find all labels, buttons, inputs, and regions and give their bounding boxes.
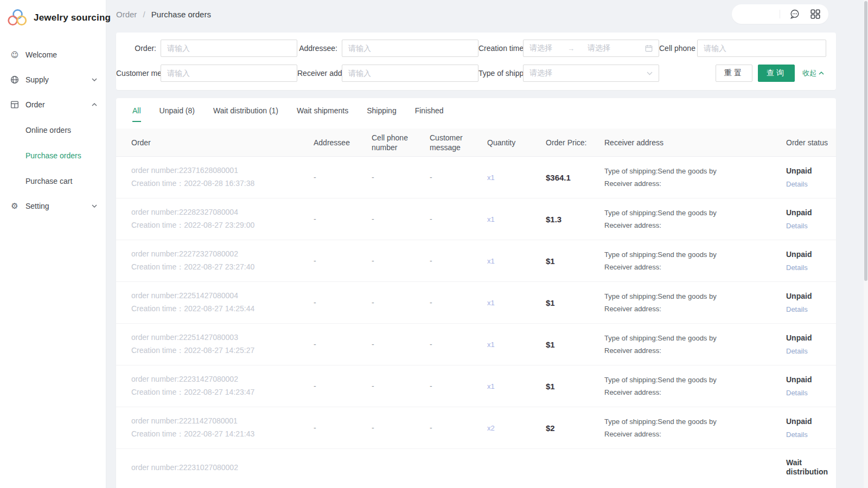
table-row: order number:22211427080001 Creation tim…: [116, 407, 836, 449]
details-link[interactable]: Details: [786, 389, 833, 397]
collapse-toggle[interactable]: 收起: [802, 68, 824, 78]
status-badge: Unpaid: [786, 417, 833, 426]
shipping-type-line: Type of shipping:Send the goods by: [604, 208, 786, 217]
customer-message-cell: -: [430, 298, 487, 307]
sidebar-item-welcome[interactable]: ☺ Welcome: [0, 42, 106, 67]
chevron-up-icon: [819, 72, 824, 75]
details-link[interactable]: Details: [786, 264, 833, 272]
tab-finished[interactable]: Finished: [415, 106, 444, 122]
shipping-type-select[interactable]: 请选择: [523, 65, 659, 82]
order-price-cell: $1: [546, 256, 604, 266]
receiver-address-cell: Type of shipping:Send the goods by Recei…: [604, 292, 786, 313]
arrow-right-icon: →: [567, 44, 575, 53]
vertical-scrollbar: [864, 0, 868, 488]
sidebar-nav: ☺ Welcome Supply Order: [0, 36, 106, 219]
sidebar-item-supply[interactable]: Supply: [0, 67, 106, 92]
table-row: order number:22231427080002 Creation tim…: [116, 365, 836, 407]
cell-phone-input[interactable]: [697, 40, 826, 57]
receiver-address-line: Receiver address:: [604, 346, 786, 355]
tab-shipping[interactable]: Shipping: [367, 106, 397, 122]
apps-grid-icon[interactable]: [810, 9, 820, 19]
filter-cell-phone: Cell phone nu: [659, 40, 826, 57]
globe-icon: [10, 75, 20, 84]
addressee-cell: -: [314, 382, 372, 390]
tab-all[interactable]: All: [132, 106, 141, 122]
chat-icon[interactable]: [789, 9, 800, 20]
scrollbar-thumb[interactable]: [864, 1, 867, 281]
sidebar-item-purchase-orders[interactable]: Purchase orders: [0, 143, 106, 168]
query-button[interactable]: 查询: [758, 65, 795, 82]
order-price-cell: $1: [546, 382, 604, 391]
order-cell: order number:22211427080001 Creation tim…: [131, 416, 314, 439]
order-input[interactable]: [161, 40, 297, 57]
shipping-type-line: Type of shipping:Send the goods by: [604, 292, 786, 301]
quantity-cell: x1: [487, 299, 546, 307]
col-header-receiver-address: Receiver address: [604, 138, 786, 147]
order-price-cell: $1: [546, 298, 604, 307]
details-link[interactable]: Details: [786, 305, 833, 313]
filter-addressee-label: Addressee:: [297, 44, 342, 53]
shipping-type-line: Type of shipping:Send the goods by: [604, 333, 786, 343]
order-number: order number:22272327080002: [131, 249, 314, 258]
status-tabs: All Unpaid (8) Wait distribution (1) Wai…: [116, 98, 836, 122]
col-header-order-status: Order status: [786, 138, 836, 147]
customer-message-cell: -: [430, 382, 487, 390]
addressee-input[interactable]: [342, 40, 478, 57]
gear-icon: ⚙: [10, 202, 20, 210]
filter-panel: Order: Addressee: Creation time 请选择 → 请选…: [116, 33, 836, 90]
creation-time: Creation time：2022-08-27 14:23:47: [131, 388, 314, 397]
order-number: order number:22371628080001: [131, 166, 314, 175]
details-link[interactable]: Details: [786, 222, 833, 230]
filter-creation-time-label: Creation time: [478, 44, 523, 53]
sidebar-item-purchase-cart[interactable]: Purchase cart: [0, 168, 106, 194]
creation-time: Creation time：2022-08-27 23:29:00: [131, 221, 314, 230]
shipping-type-line: Type of shipping:Send the goods by: [604, 417, 786, 426]
breadcrumb-current: Purchase orders: [151, 10, 211, 19]
customer-message-input[interactable]: [161, 65, 297, 82]
filter-order: Order:: [116, 40, 297, 57]
quantity-cell: x1: [487, 174, 546, 182]
table-row: order number:22231027080002 Wait distrib…: [116, 449, 836, 488]
chevron-down-icon: [647, 72, 653, 75]
order-status-cell: Unpaid Details: [786, 250, 836, 272]
sidebar-item-online-orders[interactable]: Online orders: [0, 117, 106, 143]
order-number: order number:22231027080002: [131, 463, 314, 472]
shipping-type-line: Type of shipping:Send the goods by: [604, 250, 786, 259]
status-badge: Unpaid: [786, 208, 833, 217]
addressee-cell: -: [314, 215, 372, 223]
cell-phone-cell: -: [372, 173, 430, 182]
tab-wait-shipments[interactable]: Wait shipments: [297, 106, 348, 122]
receiver-address-input[interactable]: [342, 65, 478, 82]
creation-time: Creation time：2022-08-27 14:25:44: [131, 304, 314, 314]
creation-time-range-picker[interactable]: 请选择 → 请选择: [523, 40, 659, 57]
status-badge: Unpaid: [786, 375, 833, 384]
sidebar-item-setting[interactable]: ⚙ Setting: [0, 194, 106, 219]
order-cell: order number:22231427080002 Creation tim…: [131, 375, 314, 397]
details-link[interactable]: Details: [786, 347, 833, 355]
cell-phone-cell: -: [372, 382, 430, 390]
order-price-cell: $1.3: [546, 215, 604, 224]
shipping-type-line: Type of shipping:Send the goods by: [604, 166, 786, 176]
breadcrumb-parent[interactable]: Order: [116, 10, 137, 19]
brand-logo-icon: [7, 8, 28, 27]
order-cell: order number:22282327080004 Creation tim…: [131, 208, 314, 230]
addressee-cell: -: [314, 256, 372, 265]
order-cell: order number:22251427080003 Creation tim…: [131, 333, 314, 356]
col-header-order-price: Order Price:: [546, 138, 604, 147]
order-price-cell: $364.1: [546, 173, 604, 182]
details-link[interactable]: Details: [786, 180, 833, 188]
sidebar-item-order[interactable]: Order: [0, 92, 106, 117]
filter-addressee: Addressee:: [297, 40, 478, 57]
sidebar-item-label: Setting: [25, 202, 49, 210]
creation-time: Creation time：2022-08-27 14:21:43: [131, 429, 314, 439]
filter-receiver-address: Receiver add: [297, 65, 478, 82]
creation-time: Creation time：2022-08-27 14:25:27: [131, 346, 314, 356]
submenu-item-label: Purchase orders: [25, 151, 81, 160]
receiver-address-cell: Type of shipping:Send the goods by Recei…: [604, 417, 786, 439]
tab-unpaid[interactable]: Unpaid (8): [159, 106, 195, 122]
filter-customer-message: Customer me: [116, 65, 297, 82]
reset-button[interactable]: 重置: [716, 65, 752, 82]
tab-wait-distribution[interactable]: Wait distribution (1): [213, 106, 278, 122]
order-status-cell: Wait distribution: [786, 458, 836, 481]
details-link[interactable]: Details: [786, 431, 833, 439]
